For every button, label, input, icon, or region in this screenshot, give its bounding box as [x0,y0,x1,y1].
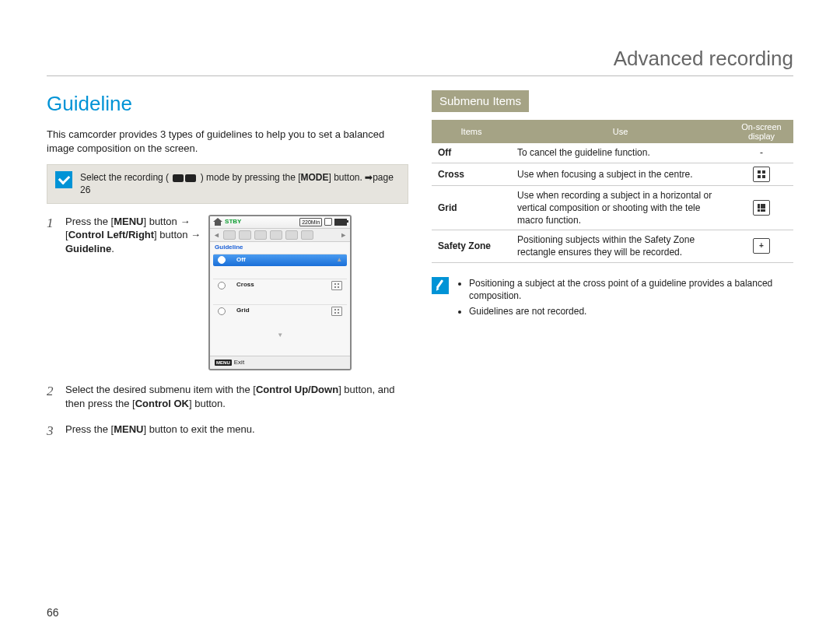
tab-icon [301,230,313,240]
col-items: Items [432,120,511,143]
note-box: Positioning a subject at the cross point… [432,277,793,321]
note-item: Guidelines are not recorded. [469,305,793,317]
remaining-time-indicator: 220Min [299,218,322,226]
tab-icon [223,230,236,240]
menu-button-icon: MENU [215,360,232,366]
lcd-down-arrow: ▼ [213,330,347,342]
mode-tip-box: Select the recording ( ) mode by pressin… [47,164,408,203]
lcd-menu-title: Guideline [210,242,350,254]
tab-icon [239,230,251,240]
lcd-item-cross: Cross [213,279,347,292]
step-number-3: 3 [47,423,58,440]
video-photo-mode-icons [173,174,196,182]
display-cross-icon [753,167,770,182]
display-icon-off: - [730,143,793,163]
note-item: Positioning a subject at the cross point… [469,277,793,302]
col-use: Use [511,120,730,143]
page-number: 66 [47,606,59,619]
submenu-items-table: Items Use On-screen display Off To cance… [432,120,793,262]
stby-indicator: STBY [225,218,241,226]
tab-left-arrow-icon: ◄ [213,230,220,240]
tab-icon [254,230,267,240]
cross-icon [331,281,342,290]
up-triangle-icon: ▲ [336,256,342,265]
section-heading-guideline: Guideline [47,90,408,118]
radio-icon [218,307,226,315]
lcd-exit-bar: MENU Exit [210,356,350,370]
sd-card-icon [324,218,332,226]
step-2-text: Select the desired submenu item with the… [65,383,408,410]
lcd-item-grid: Grid [213,304,347,317]
radio-icon [218,282,226,289]
home-icon [213,218,222,226]
col-display: On-screen display [730,120,793,143]
arrow-right-icon: ➟ [365,172,373,183]
step-number-1: 1 [47,215,58,371]
tip-text: Select the recording ( ) mode by pressin… [80,171,400,196]
table-row: Cross Use when focusing a subject in the… [432,163,793,185]
table-row: Off To cancel the guideline function. - [432,143,793,163]
battery-icon [334,219,347,226]
lcd-screenshot: STBY 220Min ◄ [208,215,352,371]
grid-icon [331,307,342,316]
step-1-text: Press the [MENU] button → [Control Left/… [65,215,201,256]
display-grid-icon [753,200,770,216]
tab-icon [285,230,298,240]
submenu-items-header: Submenu Items [432,90,529,112]
page-title: Advanced recording [47,47,793,76]
table-row: Safety Zone Positioning subjects within … [432,230,793,262]
tab-icon [270,230,282,240]
lcd-item-off: Off ▲ [213,254,347,266]
lcd-tab-bar: ◄ ► [210,229,350,242]
step-number-2: 2 [47,383,58,410]
intro-text: This camcorder provides 3 types of guide… [47,128,408,155]
table-row: Grid Use when recording a subject in a h… [432,185,793,230]
step-3-text: Press the [MENU] button to exit the menu… [65,423,408,440]
tab-right-arrow-icon: ► [340,230,347,240]
radio-selected-icon [218,256,226,264]
checkmark-icon [55,171,72,188]
display-safety-zone-icon [753,238,770,254]
pencil-icon [432,277,449,294]
procedure-steps: 1 Press the [MENU] button → [Control Lef… [47,215,408,441]
